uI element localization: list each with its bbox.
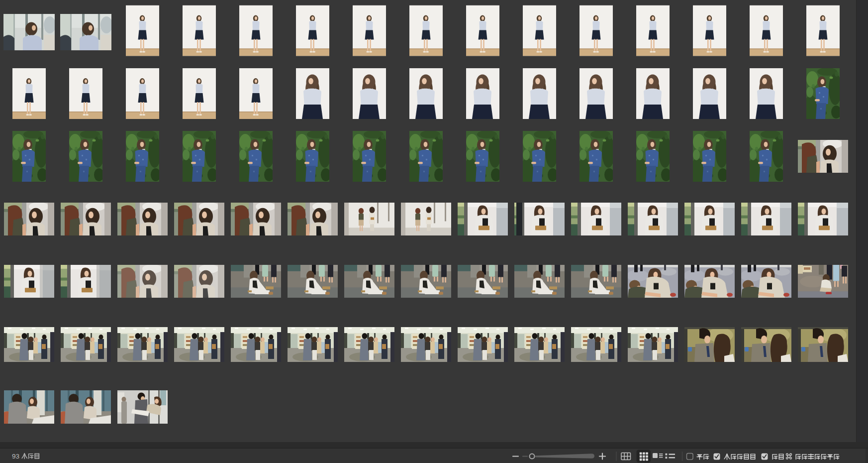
svg-text:93: 93 (12, 453, 19, 460)
